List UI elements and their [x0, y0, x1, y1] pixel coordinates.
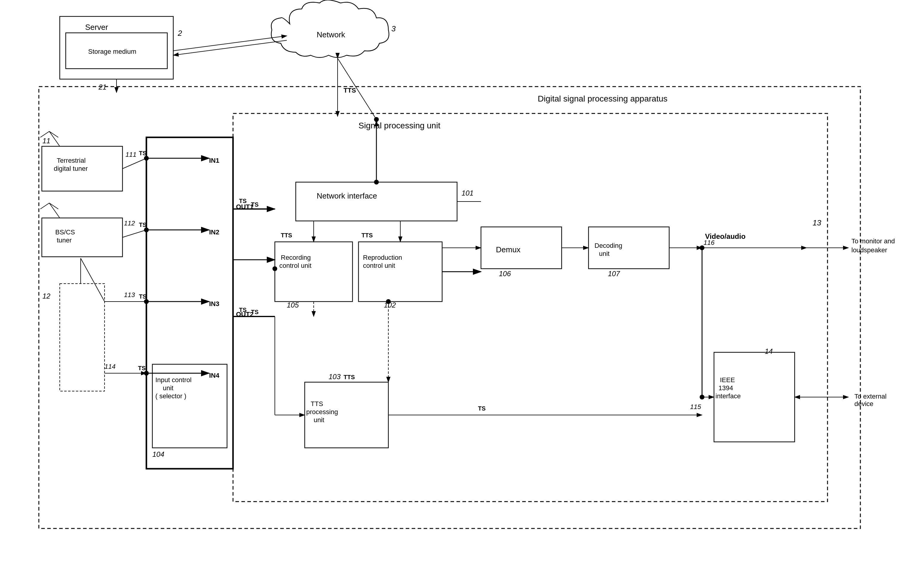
number-2: 2 [177, 28, 182, 37]
tts-repro-right: TTS [362, 232, 373, 239]
server-to-network [173, 36, 287, 51]
dashed-to-j113 [81, 258, 105, 302]
ts-near-out1: TS [251, 201, 259, 208]
terrestrial-label-1: Terrestrial [57, 157, 86, 164]
in4-label: IN4 [209, 372, 220, 379]
network-label: Network [316, 30, 345, 39]
svg-rect-8 [42, 218, 123, 257]
svg-line-5 [49, 132, 60, 146]
tts-proc-3: unit [314, 416, 324, 424]
input-control-3: ( selector ) [155, 392, 186, 400]
ts-bottom: TS [478, 405, 486, 412]
number-106: 106 [499, 269, 511, 278]
svg-line-7 [49, 132, 58, 137]
to-external-label-2: device [854, 400, 873, 407]
signal-processing-label: Signal processing unit [358, 121, 440, 130]
diagram: Digital signal processing apparatus Sign… [0, 0, 924, 561]
to-monitor-label-2: loudspeaker [851, 246, 887, 254]
video-audio-label: Video/audio [705, 232, 746, 240]
label-111: 111 [126, 151, 136, 158]
terrestrial-label-2: digital tuner [54, 165, 88, 172]
number-21: 21 [98, 83, 106, 91]
to-monitor-label-1: To monitor and [851, 237, 895, 245]
number-12: 12 [42, 292, 51, 300]
storage-medium-label: Storage medium [88, 48, 136, 55]
number-14: 14 [765, 347, 773, 355]
svg-rect-0 [39, 87, 860, 528]
svg-rect-14 [296, 182, 457, 221]
bscs-to-j112 [123, 230, 146, 237]
ts-out2: TS [239, 307, 247, 313]
input-control-2: unit [163, 384, 173, 392]
input-control-1: Input control [155, 376, 192, 384]
ts-114: TS [138, 365, 146, 371]
label-112: 112 [124, 220, 135, 227]
in1-label: IN1 [209, 157, 219, 164]
tts-proc-1: TTS [311, 400, 323, 407]
number-105: 105 [287, 301, 299, 309]
in3-label: IN3 [209, 300, 219, 308]
number-101: 101 [462, 189, 474, 197]
svg-rect-18 [481, 227, 562, 269]
tts-rec-left: TTS [281, 232, 292, 239]
ts-near-out2: TS [251, 309, 259, 315]
svg-rect-12 [146, 137, 233, 469]
bscs-label-2: tuner [57, 236, 72, 244]
tts-proc-label: TTS [344, 374, 355, 380]
network-interface-label: Network interface [316, 191, 377, 200]
decoding-2: unit [599, 250, 609, 257]
demux-label: Demux [496, 245, 520, 254]
junction-rec-left [273, 266, 277, 271]
number-103: 103 [328, 373, 341, 381]
terr-to-j111 [123, 158, 146, 169]
ieee-1: IEEE [720, 376, 735, 384]
number-3: 3 [392, 24, 396, 33]
tts-proc-2: processing [306, 408, 338, 416]
number-13: 13 [813, 218, 821, 227]
number-107: 107 [608, 269, 621, 278]
network-cloud [271, 0, 389, 58]
tts-net-label: TTS [344, 87, 356, 94]
svg-line-6 [40, 132, 49, 137]
svg-line-10 [40, 203, 49, 209]
to-external-label-1: To external [854, 393, 886, 400]
svg-rect-15 [275, 242, 352, 302]
bscs-label-1: BS/CS [55, 228, 75, 236]
recording-1: Recording [281, 254, 311, 261]
ts-out1: TS [239, 197, 247, 204]
svg-rect-1 [233, 114, 828, 501]
server-title: Server [85, 23, 108, 31]
svg-line-11 [49, 203, 58, 209]
ts-112: TS [139, 221, 147, 228]
label-114: 114 [105, 363, 116, 370]
svg-rect-16 [358, 242, 442, 302]
number-115: 115 [690, 403, 701, 410]
svg-line-9 [49, 203, 60, 218]
apparatus-label: Digital signal processing apparatus [538, 94, 668, 103]
ieee-2: 1394 [718, 384, 733, 392]
number-104: 104 [152, 450, 164, 458]
reproduction-1: Reproduction [363, 254, 402, 261]
recording-2: control unit [279, 262, 312, 269]
network-to-server [173, 40, 287, 55]
ieee-3: interface [716, 392, 741, 400]
in2-label: IN2 [209, 228, 219, 236]
number-11: 11 [42, 137, 51, 145]
external-input-box [60, 284, 105, 391]
ts-111: TS [139, 150, 147, 156]
label-113: 113 [124, 291, 135, 299]
decoding-1: Decoding [594, 242, 622, 249]
reproduction-2: control unit [363, 262, 395, 269]
diagram-svg: Digital signal processing apparatus Sign… [0, 0, 924, 561]
ts-113: TS [139, 293, 147, 300]
